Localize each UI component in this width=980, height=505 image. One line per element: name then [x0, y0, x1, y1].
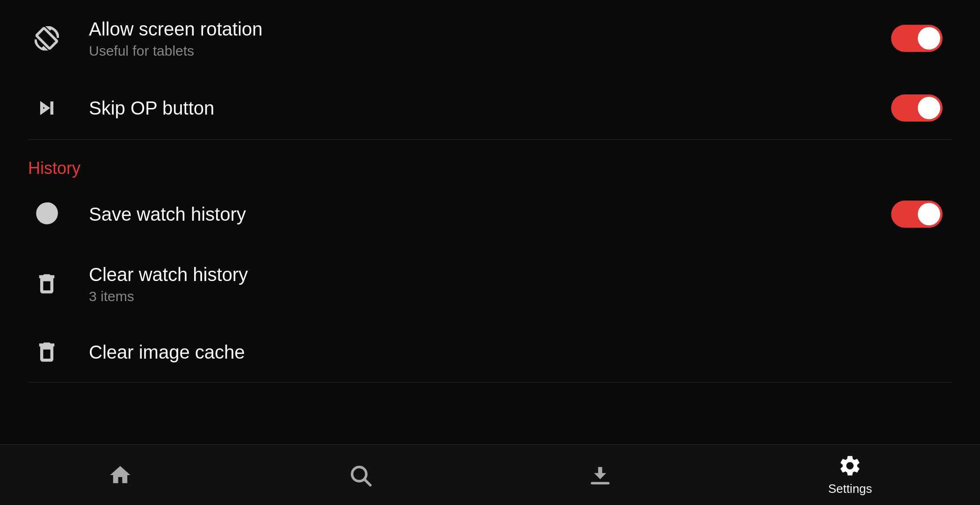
setting-item-allow-screen-rotation[interactable]: Allow screen rotation Useful for tablets	[28, 0, 952, 77]
toggle-switch-skip-op[interactable]	[891, 94, 943, 122]
setting-item-save-watch-history[interactable]: Save watch history	[28, 183, 952, 245]
setting-subtitle-allow-screen-rotation: Useful for tablets	[89, 43, 891, 59]
toggle-allow-screen-rotation[interactable]	[891, 25, 952, 52]
section-label-history: History	[28, 159, 80, 178]
setting-title-allow-screen-rotation: Allow screen rotation	[89, 18, 891, 40]
toggle-switch-save-watch-history[interactable]	[891, 201, 943, 228]
toggle-switch-allow-screen-rotation[interactable]	[891, 25, 943, 52]
setting-title-skip-op: Skip OP button	[89, 97, 891, 119]
toggle-skip-op[interactable]	[891, 94, 952, 122]
toggle-knob-allow-screen-rotation	[918, 27, 940, 50]
toggle-save-watch-history[interactable]	[891, 201, 952, 228]
nav-item-download[interactable]	[569, 458, 631, 492]
toggle-knob-save-watch-history	[918, 203, 940, 225]
setting-text-allow-screen-rotation: Allow screen rotation Useful for tablets	[65, 18, 891, 59]
setting-text-clear-image-cache: Clear image cache	[65, 341, 952, 363]
nav-item-search[interactable]	[329, 458, 391, 492]
rotation-icon	[28, 26, 65, 50]
setting-text-clear-watch-history: Clear watch history 3 items	[65, 263, 952, 304]
nav-item-settings[interactable]: Settings	[809, 449, 891, 501]
setting-title-save-watch-history: Save watch history	[89, 203, 891, 225]
trash-watch-history-icon	[28, 272, 65, 296]
svg-line-1	[365, 479, 370, 485]
history-icon	[28, 202, 65, 226]
search-icon	[348, 463, 372, 487]
skip-op-icon	[28, 96, 65, 120]
nav-label-settings: Settings	[828, 482, 872, 496]
setting-subtitle-clear-watch-history: 3 items	[89, 289, 952, 304]
setting-title-clear-image-cache: Clear image cache	[89, 341, 952, 363]
download-icon	[588, 463, 612, 487]
trash-image-cache-icon	[28, 340, 65, 364]
setting-item-skip-op-button[interactable]: Skip OP button	[28, 77, 952, 139]
nav-item-home[interactable]	[89, 458, 151, 492]
settings-icon	[838, 454, 862, 478]
setting-item-clear-image-cache[interactable]: Clear image cache	[28, 322, 952, 382]
setting-item-clear-watch-history[interactable]: Clear watch history 3 items	[28, 245, 952, 322]
setting-title-clear-watch-history: Clear watch history	[89, 263, 952, 286]
setting-text-skip-op: Skip OP button	[65, 97, 891, 119]
bottom-navigation: Settings	[0, 444, 980, 505]
divider-bottom	[28, 382, 952, 382]
setting-text-save-watch-history: Save watch history	[65, 203, 891, 225]
toggle-knob-skip-op	[918, 97, 940, 119]
settings-list: Allow screen rotation Useful for tablets…	[0, 0, 980, 444]
section-header-history: History	[28, 140, 952, 183]
home-icon	[108, 463, 132, 487]
